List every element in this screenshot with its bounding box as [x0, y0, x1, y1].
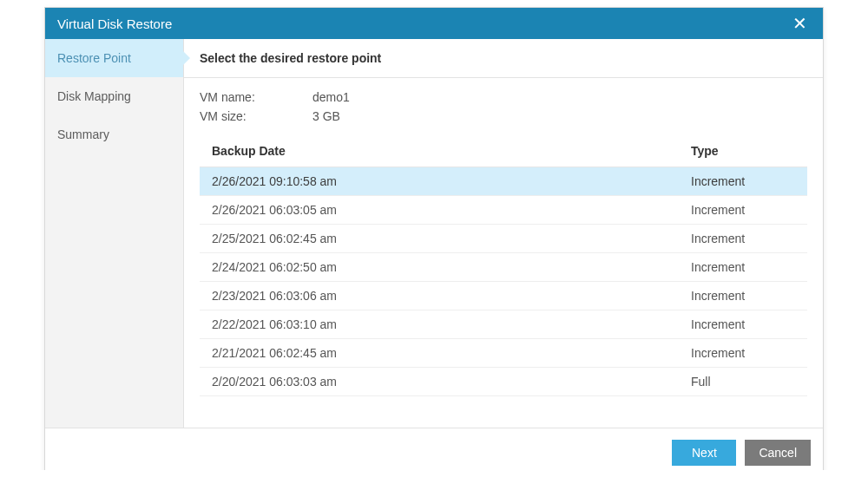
- main-heading: Select the desired restore point: [184, 39, 823, 78]
- backup-type-cell: Increment: [691, 346, 795, 360]
- backup-type-cell: Increment: [691, 289, 795, 303]
- restore-points-table: Backup Date Type 2/26/2021 09:10:58 amIn…: [200, 137, 807, 396]
- main-content: VM name: demo1 VM size: 3 GB Backup Date…: [184, 78, 823, 428]
- column-header-backup-date[interactable]: Backup Date: [212, 144, 691, 158]
- sidebar-item-summary[interactable]: Summary: [45, 115, 183, 154]
- main-panel: Select the desired restore point VM name…: [184, 39, 823, 428]
- backup-date-cell: 2/20/2021 06:03:03 am: [212, 375, 691, 389]
- table-row[interactable]: 2/23/2021 06:03:06 amIncrement: [200, 282, 807, 310]
- backup-date-cell: 2/21/2021 06:02:45 am: [212, 346, 691, 360]
- column-header-type[interactable]: Type: [691, 144, 795, 158]
- table-row[interactable]: 2/26/2021 06:03:05 amIncrement: [200, 196, 807, 225]
- table-row[interactable]: 2/20/2021 06:03:03 amFull: [200, 368, 807, 396]
- backup-type-cell: Increment: [691, 232, 795, 245]
- backup-date-cell: 2/23/2021 06:03:06 am: [212, 289, 691, 303]
- backup-date-cell: 2/24/2021 06:02:50 am: [212, 260, 691, 274]
- table-row[interactable]: 2/24/2021 06:02:50 amIncrement: [200, 253, 807, 282]
- dialog-body: Restore PointDisk MappingSummary Select …: [45, 39, 823, 428]
- backup-type-cell: Increment: [691, 317, 795, 331]
- dialog-footer: Next Cancel: [45, 428, 823, 470]
- table-row[interactable]: 2/26/2021 09:10:58 amIncrement: [200, 167, 807, 196]
- backup-date-cell: 2/22/2021 06:03:10 am: [212, 317, 691, 331]
- backup-date-cell: 2/26/2021 06:03:05 am: [212, 203, 691, 217]
- vm-name-value: demo1: [312, 90, 350, 104]
- backup-date-cell: 2/25/2021 06:02:45 am: [212, 232, 691, 245]
- titlebar: Virtual Disk Restore ✕: [45, 8, 823, 39]
- backup-date-cell: 2/26/2021 09:10:58 am: [212, 174, 691, 188]
- table-body: 2/26/2021 09:10:58 amIncrement2/26/2021 …: [200, 167, 807, 396]
- vm-name-row: VM name: demo1: [200, 90, 807, 104]
- backup-type-cell: Increment: [691, 174, 795, 188]
- close-icon[interactable]: ✕: [789, 15, 811, 32]
- vm-name-label: VM name:: [200, 90, 312, 104]
- dialog-title: Virtual Disk Restore: [57, 16, 172, 31]
- backup-type-cell: Full: [691, 375, 795, 389]
- next-button[interactable]: Next: [672, 440, 736, 466]
- dialog: Virtual Disk Restore ✕ Restore PointDisk…: [44, 7, 824, 470]
- backup-type-cell: Increment: [691, 203, 795, 217]
- vm-size-row: VM size: 3 GB: [200, 109, 807, 123]
- backup-type-cell: Increment: [691, 260, 795, 274]
- table-row[interactable]: 2/25/2021 06:02:45 amIncrement: [200, 225, 807, 253]
- cancel-button[interactable]: Cancel: [745, 440, 811, 466]
- sidebar-item-disk-mapping[interactable]: Disk Mapping: [45, 77, 183, 115]
- table-header-row: Backup Date Type: [200, 137, 807, 167]
- vm-size-value: 3 GB: [312, 109, 340, 123]
- table-row[interactable]: 2/22/2021 06:03:10 amIncrement: [200, 310, 807, 339]
- sidebar: Restore PointDisk MappingSummary: [45, 39, 184, 428]
- table-row[interactable]: 2/21/2021 06:02:45 amIncrement: [200, 339, 807, 368]
- vm-size-label: VM size:: [200, 109, 312, 123]
- sidebar-item-restore-point[interactable]: Restore Point: [45, 39, 183, 77]
